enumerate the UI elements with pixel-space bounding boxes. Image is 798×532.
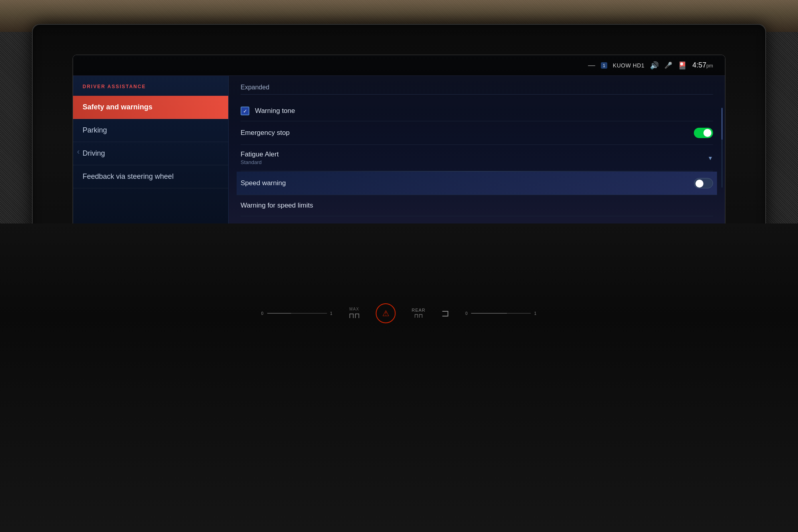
station-name: KUOW HD1 [613,62,644,69]
sidebar-item-safety[interactable]: Safety and warnings [73,96,228,119]
scroll-thumb [721,108,723,140]
speed-limits-row[interactable]: Warning for speed limits [241,195,713,216]
right-slider-track[interactable] [471,313,531,314]
back-chevron[interactable]: ‹ [77,147,80,156]
sidebar-item-feedback[interactable]: Feedback via steering wheel [73,165,228,188]
left-slider-fill [267,313,291,314]
clock-display: 4:57pm [692,61,713,69]
microphone-icon[interactable]: 🎤 [664,61,672,69]
speed-warning-row[interactable]: Speed warning [237,172,717,195]
right-slider-group: 0 1 [465,311,537,316]
rear-defroster-icon: ⊓⊓ [412,312,426,319]
section-header: Expanded [241,84,713,95]
camera-icon[interactable]: 🎴 [678,61,687,70]
sidebar-category-label: DRIVER ASSISTANCE [73,84,228,96]
slider-right-min: 0 [465,311,468,316]
speaker-icon[interactable]: 🔊 [650,61,659,70]
top-status-bar: — 1 KUOW HD1 🔊 🎤 🎴 4:57pm [73,55,725,76]
content-area: ‹ DRIVER ASSISTANCE Safety and warnings … [73,76,725,227]
seat-heat-icon: ⊓⊓ [349,311,360,320]
speed-limits-label: Warning for speed limits [241,202,313,210]
emergency-stop-label: Emergency stop [241,129,290,137]
radio-number-badge: 1 [601,62,607,69]
seat-fold-icon[interactable]: ⊐ [441,308,449,319]
left-slider-group: 0 1 [261,311,333,316]
slider-left-max: 1 [330,311,333,316]
toggle-thumb-speed [695,180,703,188]
toggle-thumb [703,129,711,137]
max-heat-button[interactable]: MAX ⊓⊓ [349,307,360,320]
dash-icon: — [588,61,595,69]
status-items: — 1 KUOW HD1 🔊 🎤 🎴 4:57pm [588,61,713,70]
speed-warning-label: Speed warning [241,179,286,187]
sidebar-item-driving[interactable]: Driving [73,142,228,165]
right-slider-fill [471,313,507,314]
hazard-button[interactable]: ⚠ [376,303,396,323]
scroll-indicator [721,108,723,188]
bottom-physical-panel: 0 1 MAX ⊓⊓ ⚠ REAR ⊓⊓ ⊐ 0 1 [0,223,798,532]
rear-defroster-button[interactable]: REAR ⊓⊓ [412,308,426,319]
warning-tone-label: Warning tone [255,107,295,115]
slider-right-max: 1 [534,311,537,316]
warning-tone-checkbox[interactable]: ✓ [241,107,249,115]
emergency-stop-toggle[interactable] [694,128,713,138]
right-content-panel: Expanded ✓ Warning tone Emergency stop [229,76,725,227]
max-label: MAX [349,307,360,311]
sidebar-item-parking[interactable]: Parking [73,119,228,142]
left-sidebar: ‹ DRIVER ASSISTANCE Safety and warnings … [73,76,229,227]
emergency-stop-row[interactable]: Emergency stop [241,121,713,145]
fatigue-alert-row[interactable]: Fatigue Alert Standard ▼ [241,145,713,171]
hazard-icon: ⚠ [382,309,389,318]
dashboard-surround: — 1 KUOW HD1 🔊 🎤 🎴 4:57pm ‹ DRIVER [32,24,766,247]
fatigue-alert-label: Fatigue Alert [241,150,279,158]
rear-label: REAR [412,308,426,312]
warning-tone-row[interactable]: ✓ Warning tone [241,101,713,121]
slider-left-min: 0 [261,311,264,316]
speed-warning-toggle[interactable] [694,178,713,188]
left-slider-track[interactable] [267,313,327,314]
dropdown-arrow-icon: ▼ [707,155,713,161]
bottom-physical-controls: 0 1 MAX ⊓⊓ ⚠ REAR ⊓⊓ ⊐ 0 1 [261,303,537,323]
fatigue-alert-value: Standard [241,159,279,165]
